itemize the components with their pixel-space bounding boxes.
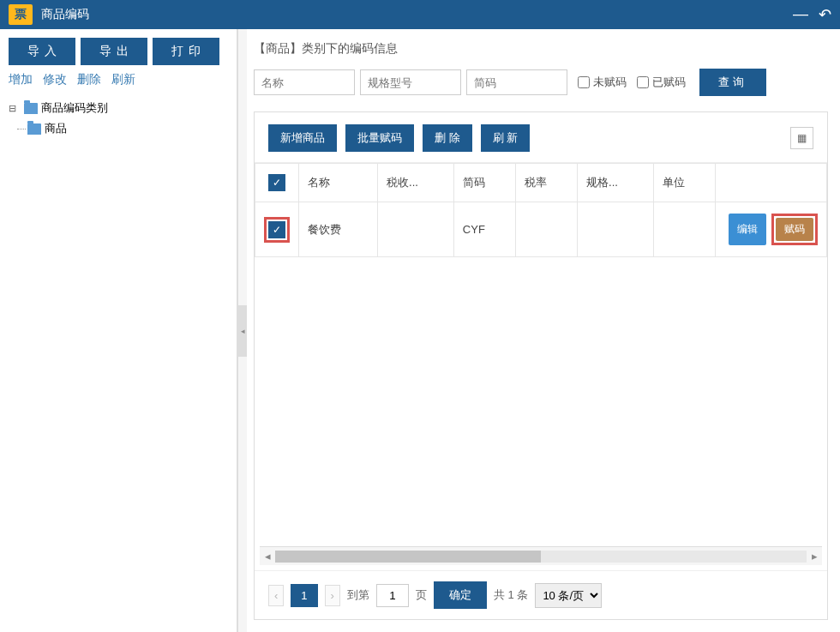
row-checkbox[interactable]: ✓ [268,221,285,238]
col-name[interactable]: 名称 [299,164,378,202]
tree-child-product[interactable]: 商品 [27,118,228,139]
cell-spec [578,202,654,257]
cell-name: 餐饮费 [299,202,378,257]
col-short[interactable]: 简码 [453,164,515,202]
titlebar: 票 商品编码 — ↶ [0,0,840,29]
delete-button[interactable]: 删 除 [423,124,472,152]
assign-code-button[interactable]: 赋码 [776,218,813,241]
total-count: 共 1 条 [494,587,528,603]
cell-short: CYF [453,202,515,257]
main-title: 【商品】类别下的编码信息 [254,41,828,57]
pager: ‹ 1 › 到第 页 确定 共 1 条 10 条/页 [255,570,827,619]
main-content: 【商品】类别下的编码信息 未赋码 已赋码 查询 新增商品 批量赋码 删 除 刷 … [247,29,840,632]
edit-button[interactable]: 编辑 [729,214,766,245]
window-title: 商品编码 [41,7,793,22]
back-button[interactable]: ↶ [819,5,831,24]
per-page-select[interactable]: 10 条/页 [535,583,602,608]
page-label: 页 [416,587,427,603]
splitter[interactable]: ◂ [238,29,247,632]
cell-rate [515,202,577,257]
select-all-checkbox[interactable]: ✓ [268,174,285,191]
print-button[interactable]: 打印 [153,38,219,65]
scroll-left-icon[interactable]: ◂ [260,550,275,563]
col-spec[interactable]: 规格... [578,164,654,202]
sidebar: 导入 导出 打印 增加 修改 删除 刷新 ⊟ 商品编码类别 商品 [0,29,238,632]
add-product-button[interactable]: 新增商品 [268,124,337,152]
short-input[interactable] [466,69,567,95]
link-modify[interactable]: 修改 [43,72,67,87]
tree-root-label: 商品编码类别 [41,100,108,116]
action-bar: 新增商品 批量赋码 删 除 刷 新 ▦ [255,112,827,163]
folder-icon [24,103,38,114]
col-tax[interactable]: 税收... [378,164,454,202]
splitter-handle-icon: ◂ [238,305,247,357]
chk-unassigned-label: 未赋码 [593,75,627,90]
name-input[interactable] [254,69,355,95]
horizontal-scrollbar[interactable]: ◂ ▸ [260,546,822,565]
batch-code-button[interactable]: 批量赋码 [345,124,414,152]
query-button[interactable]: 查询 [699,69,766,96]
table-header-row: ✓ 名称 税收... 简码 税率 规格... 单位 [255,164,827,202]
refresh-button[interactable]: 刷 新 [481,124,531,152]
table: ✓ 名称 税收... 简码 税率 规格... 单位 ✓ [255,163,827,546]
link-refresh[interactable]: 刷新 [111,72,135,87]
folder-icon [27,123,41,135]
goto-input[interactable] [376,584,409,607]
minimize-button[interactable]: — [793,5,808,24]
goto-label: 到第 [347,587,369,603]
collapse-icon[interactable]: ⊟ [9,103,21,114]
chk-unassigned[interactable]: 未赋码 [578,75,627,90]
spec-input[interactable] [360,69,461,95]
export-button[interactable]: 导出 [81,38,147,65]
table-row[interactable]: ✓ 餐饮费 CYF 编辑 赋码 [255,202,827,257]
search-bar: 未赋码 已赋码 查询 [254,69,828,96]
page-next-button[interactable]: › [325,585,340,606]
col-rate[interactable]: 税率 [515,164,577,202]
scroll-right-icon[interactable]: ▸ [807,550,822,563]
goto-ok-button[interactable]: 确定 [434,581,487,609]
page-prev-button[interactable]: ‹ [268,585,284,606]
chk-assigned-label: 已赋码 [652,75,686,90]
tree: ⊟ 商品编码类别 商品 [9,98,228,139]
link-delete[interactable]: 删除 [77,72,101,87]
chk-assigned[interactable]: 已赋码 [637,75,686,90]
tree-root[interactable]: ⊟ 商品编码类别 [9,98,228,118]
content-panel: 新增商品 批量赋码 删 除 刷 新 ▦ ✓ 名称 税收... 简码 税率 [254,111,828,620]
scroll-thumb[interactable] [275,551,541,563]
cell-unit [653,202,715,257]
grid-view-icon[interactable]: ▦ [790,127,813,149]
link-add[interactable]: 增加 [9,72,33,87]
cell-tax [378,202,454,257]
page-current[interactable]: 1 [291,584,317,607]
app-logo: 票 [9,4,33,25]
tree-child-label: 商品 [45,121,67,136]
chk-assigned-box[interactable] [637,76,649,88]
import-button[interactable]: 导入 [9,38,75,65]
chk-unassigned-box[interactable] [578,76,590,88]
col-unit[interactable]: 单位 [653,164,715,202]
